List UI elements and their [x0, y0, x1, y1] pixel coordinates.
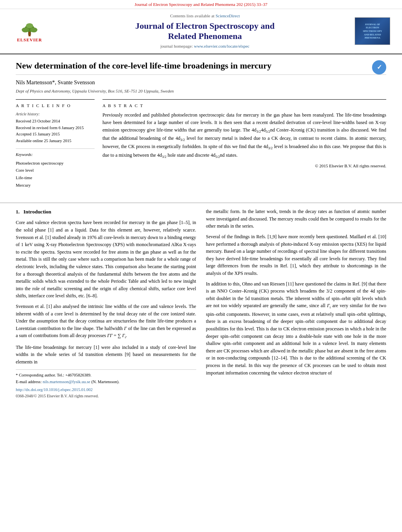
article-info-panel: A R T I C L E I N F O Article history: R… — [16, 99, 95, 189]
received-date: Received 23 October 2014 — [16, 118, 95, 125]
section-number: 1. — [16, 209, 20, 215]
journal-banner: Journal of Electron Spectroscopy and Rel… — [0, 0, 402, 9]
footnote-email-line: E-mail address: nils.martensson@fysik.uu… — [16, 379, 196, 385]
footnote-area: * Corresponding author. Tel.: +467058263… — [16, 369, 196, 399]
footnote-email-link[interactable]: nils.martensson@fysik.uu.se — [43, 380, 90, 384]
article-info-heading: A R T I C L E I N F O — [16, 103, 95, 109]
abstract-copyright: © 2015 Elsevier B.V. All rights reserved… — [102, 163, 386, 169]
crossmark-badge[interactable]: ✓ — [372, 60, 386, 74]
keywords-label: Keywords: — [16, 152, 95, 158]
affiliation-line: Dept of Physics and Astronomy, Uppsala U… — [16, 88, 386, 95]
authors-line: Nils Martensson*, Svante Svensson — [16, 79, 386, 87]
keyword-2: Core level — [16, 167, 95, 174]
keyword-4: Mercury — [16, 182, 95, 189]
authors-text: Nils Martensson*, Svante Svensson — [16, 80, 95, 85]
accepted-date: Accepted 15 January 2015 — [16, 131, 95, 138]
left-column: 1. Introduction Core and valence electro… — [16, 208, 196, 399]
keyword-1: Photoelectron spectroscopy — [16, 159, 95, 167]
contents-text: Contents lists available at — [170, 13, 214, 18]
doi-line: http://dx.doi.org/10.1016/j.elspec.2015.… — [16, 387, 196, 393]
journal-cover: JOURNAL OFELECTRONSPECTROSCOPYAND RELATE… — [355, 17, 394, 45]
abstract-heading: A B S T R A C T — [102, 103, 386, 109]
intro-heading: 1. Introduction — [16, 208, 196, 216]
article-history-label: Article history: — [16, 111, 95, 117]
journal-title: Journal of Electron Spectroscopy and Rel… — [63, 21, 347, 42]
footnote-email-label: E-mail address: — [16, 380, 42, 384]
elsevier-logo-area: ELSEVIER — [8, 17, 55, 45]
journal-title-line1: Journal of Electron Spectroscopy and — [135, 21, 275, 31]
received-revised-date: Received in revised form 6 January 2015 — [16, 125, 95, 132]
journal-banner-text: Journal of Electron Spectroscopy and Rel… — [135, 2, 268, 7]
abstract-section: A B S T R A C T Previously recorded and … — [102, 99, 386, 189]
article-title-area: ✓ New determination of the core-level li… — [16, 60, 386, 75]
homepage-link[interactable]: www.elsevier.com/locate/elspec — [194, 44, 249, 48]
journal-homepage-line: journal homepage: www.elsevier.com/locat… — [63, 43, 347, 50]
journal-cover-image: JOURNAL OFELECTRONSPECTROSCOPYAND RELATE… — [355, 17, 390, 45]
elsevier-brand-text: ELSEVIER — [17, 37, 42, 43]
right-column: the metallic form. In the latter work, t… — [206, 208, 387, 399]
footnote-star-text: * Corresponding author. Tel.: +467058263… — [16, 373, 91, 377]
intro-para-3: The life-time broadenings for mercury [1… — [16, 344, 196, 366]
journal-title-line2: Related Phenomena — [168, 31, 242, 41]
svg-point-2 — [22, 27, 29, 32]
section-title: Introduction — [24, 209, 52, 215]
sciencedirect-link[interactable]: ScienceDirect — [216, 13, 240, 18]
two-column-text: 1. Introduction Core and valence electro… — [16, 208, 386, 399]
journal-header: ELSEVIER Contents lists available at Sci… — [0, 9, 402, 54]
intro-para-1: Core and valence electron spectra have b… — [16, 219, 196, 300]
keywords-section: Keywords: Photoelectron spectroscopy Cor… — [16, 148, 95, 189]
intro-para-2: Svensson et al. [1] also analysed the in… — [16, 303, 196, 341]
right-para-3: In addition to this, Ohno and van Riesse… — [206, 280, 387, 376]
journal-header-center: Contents lists available at ScienceDirec… — [55, 13, 355, 50]
footnote-name: (N. Martensson). — [91, 380, 119, 384]
elsevier-logo: ELSEVIER — [8, 17, 51, 45]
article-title: New determination of the core-level life… — [16, 60, 386, 75]
main-content: 1. Introduction Core and valence electro… — [0, 202, 402, 407]
issn-line: 0368-2048/© 2015 Elsevier B.V. All right… — [16, 393, 196, 399]
footnote-star-line: * Corresponding author. Tel.: +467058263… — [16, 372, 196, 378]
abstract-text: Previously recorded and published photoe… — [102, 111, 386, 160]
svg-rect-6 — [28, 34, 30, 36]
keyword-3: Life-time — [16, 174, 95, 182]
elsevier-tree-icon — [14, 19, 45, 37]
svg-point-5 — [28, 32, 30, 33]
svg-point-4 — [26, 23, 33, 28]
right-para-2: Several of the findings in Refs. [1,9] h… — [206, 233, 387, 277]
svg-point-3 — [30, 27, 37, 32]
contents-available-line: Contents lists available at ScienceDirec… — [63, 13, 347, 19]
doi-link[interactable]: http://dx.doi.org/10.1016/j.elspec.2015.… — [16, 387, 93, 392]
article-info-abstract: A R T I C L E I N F O Article history: R… — [16, 99, 386, 189]
right-para-1: the metallic form. In the latter work, t… — [206, 208, 387, 230]
available-online-date: Available online 25 January 2015 — [16, 138, 95, 145]
homepage-text: journal homepage: — [160, 44, 193, 48]
article-body: ✓ New determination of the core-level li… — [0, 54, 402, 197]
